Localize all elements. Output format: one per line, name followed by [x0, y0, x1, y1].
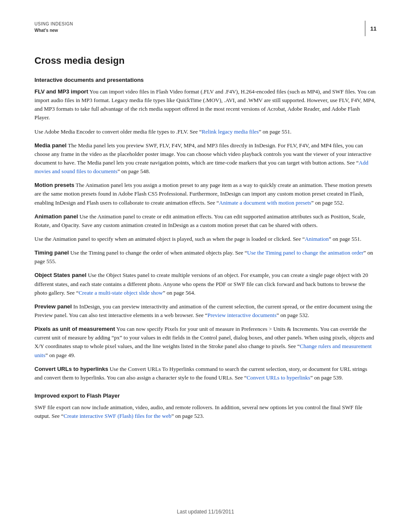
para-animation-panel: Animation panel Use the Animation panel …	[34, 212, 377, 230]
main-title: Cross media design	[34, 55, 377, 66]
text-animation-panel-2: Use the Animation panel to specify when …	[34, 236, 305, 242]
para-object-states: Object States panel Use the Object State…	[34, 271, 377, 297]
link-convert-urls[interactable]: Convert URLs to hyperlinks	[246, 374, 310, 381]
text-object-states-suffix: ” on page 564.	[163, 289, 196, 296]
section-improved-export: Improved export to Flash Player SWF file…	[34, 392, 377, 420]
term-timing-panel: Timing panel	[34, 249, 69, 256]
section-heading-interactive: Interactive documents and presentations	[34, 77, 377, 83]
section-heading-export: Improved export to Flash Player	[34, 392, 377, 399]
link-timing-panel[interactable]: Use the Timing panel to change the anima…	[247, 249, 364, 256]
para-flv-mp3: FLV and MP3 import You can import video …	[34, 87, 377, 122]
text-media-panel: The Media panel lets you preview SWF, FL…	[34, 142, 371, 166]
para-motion-presets: Motion presets The Animation panel lets …	[34, 181, 377, 207]
para-media-panel: Media panel The Media panel lets you pre…	[34, 141, 377, 176]
link-preview-interactive[interactable]: Preview interactive documents	[207, 312, 276, 318]
para-preview-panel: Preview panel In InDesign, you can previ…	[34, 302, 377, 320]
term-preview-panel: Preview panel	[34, 303, 72, 310]
link-create-swf[interactable]: Create interactive SWF (Flash) files for…	[64, 413, 171, 419]
text-adobe-encoder: Use Adobe Media Encoder to convert older…	[34, 128, 202, 135]
para-timing-panel: Timing panel Use the Timing panel to cha…	[34, 249, 377, 266]
text-animation-panel-2-suffix: ” on page 551.	[329, 236, 361, 242]
link-animate-motion-presets[interactable]: Animate a document with motion presets	[219, 199, 311, 206]
para-swf-export: SWF file export can now include animatio…	[34, 403, 377, 420]
link-relink-legacy[interactable]: Relink legacy media files	[202, 128, 258, 135]
text-animation-panel: Use the Animation panel to create or edi…	[34, 213, 365, 228]
section-interactive-docs: Interactive documents and presentations …	[34, 77, 377, 382]
page-number: 11	[371, 25, 377, 32]
term-animation-panel: Animation panel	[34, 213, 78, 220]
text-timing-panel: Use the Timing panel to change the order…	[69, 249, 247, 256]
text-media-panel-suffix: ” on page 548.	[117, 168, 150, 174]
text-preview-panel: In InDesign, you can preview interactivi…	[34, 303, 372, 318]
text-swf-export-suffix: ” on page 523.	[171, 413, 204, 419]
para-adobe-encoder: Use Adobe Media Encoder to convert older…	[34, 128, 377, 136]
page-header: USING INDESIGN What's new 11	[34, 21, 377, 40]
term-pixels: Pixels as unit of measurement	[34, 326, 115, 332]
page: USING INDESIGN What's new 11 Cross media…	[0, 0, 411, 532]
term-convert-urls: Convert URLs to hyperlinks	[34, 366, 108, 372]
footer-text: Last updated 11/16/2011	[177, 509, 234, 515]
header-right: 11	[365, 21, 377, 36]
app-name: USING INDESIGN	[34, 21, 73, 27]
text-motion-presets-suffix: ” on page 552.	[311, 199, 344, 206]
text-adobe-encoder-suffix: ” on page 551.	[259, 128, 292, 135]
para-pixels: Pixels as unit of measurement You can no…	[34, 325, 377, 360]
para-animation-panel-2: Use the Animation panel to specify when …	[34, 235, 377, 243]
text-convert-urls-suffix: ” on page 539.	[310, 374, 343, 381]
term-motion-presets: Motion presets	[34, 182, 74, 188]
para-convert-urls: Convert URLs to hyperlinks Use the Conve…	[34, 365, 377, 382]
term-flv-mp3: FLV and MP3 import	[34, 88, 88, 95]
term-object-states: Object States panel	[34, 272, 87, 278]
link-object-states[interactable]: Create a multi-state object slide show	[78, 289, 162, 296]
section-name: What's new	[34, 27, 73, 34]
header-left: USING INDESIGN What's new	[34, 21, 73, 34]
text-preview-panel-suffix: ” on page 532.	[277, 312, 309, 318]
link-animation[interactable]: Animation	[305, 236, 329, 242]
term-media-panel: Media panel	[34, 142, 66, 149]
page-footer: Last updated 11/16/2011	[0, 509, 411, 515]
header-divider	[365, 21, 365, 36]
text-pixels-suffix: ” on page 49.	[45, 352, 75, 358]
